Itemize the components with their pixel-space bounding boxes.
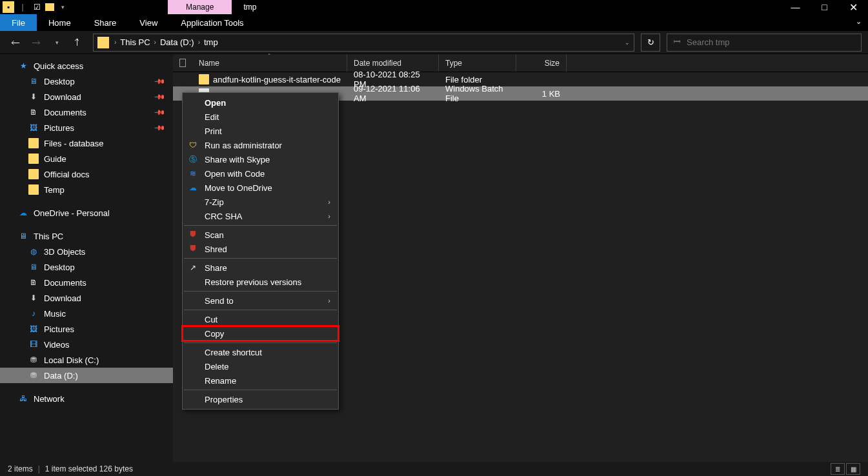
desktop-icon: 🖥 — [28, 262, 39, 272]
chevron-right-icon[interactable]: › — [153, 39, 157, 46]
pictures-icon: 🖼 — [28, 324, 39, 334]
properties-icon[interactable]: ☑ — [31, 1, 43, 13]
ctx-restore[interactable]: Restore previous versions — [183, 275, 338, 289]
sidebar-pictures-2[interactable]: 🖼Pictures — [0, 321, 173, 337]
column-date[interactable]: Date modified — [347, 54, 439, 72]
ribbon-expand-icon[interactable]: ⌄ — [856, 17, 862, 26]
chevron-right-icon[interactable]: › — [197, 39, 201, 46]
forward-button[interactable]: 🡒 — [27, 34, 45, 52]
file-row[interactable]: andfun-kotlin-guess-it-starter-code 08-1… — [173, 72, 868, 86]
sidebar-music[interactable]: ♪Music — [0, 306, 173, 321]
ctx-rename[interactable]: Rename — [183, 373, 338, 388]
menu-file[interactable]: File — [0, 14, 37, 31]
cloud-icon: ☁ — [18, 208, 28, 218]
ctx-copy[interactable]: Copy — [183, 326, 338, 341]
folder-icon — [28, 169, 39, 179]
row-checkbox[interactable] — [173, 72, 192, 86]
details-view-button[interactable]: ≣ — [831, 463, 845, 475]
menu-view[interactable]: View — [128, 14, 169, 31]
close-button[interactable]: ✕ — [839, 0, 868, 14]
ctx-label: Edit — [205, 112, 219, 122]
new-folder-icon[interactable] — [45, 3, 54, 11]
sidebar-official-docs[interactable]: Official docs — [0, 166, 173, 182]
sidebar-documents-2[interactable]: 🗎Documents — [0, 275, 173, 290]
sidebar-local-disk[interactable]: ⛃Local Disk (C:) — [0, 352, 173, 368]
sidebar-data-disk[interactable]: ⛃Data (D:) — [0, 368, 173, 383]
status-selection: 1 item selected 126 bytes — [45, 464, 133, 473]
ctx-label: Rename — [205, 376, 236, 386]
breadcrumb-drive[interactable]: Data (D:) — [157, 37, 197, 47]
sidebar-download[interactable]: ⬇Download📌 — [0, 89, 173, 104]
ctx-scan[interactable]: ⛊Scan — [183, 228, 338, 242]
sidebar-download-2[interactable]: ⬇Download — [0, 290, 173, 306]
sidebar-label: Download — [44, 293, 81, 303]
column-type[interactable]: Type — [439, 54, 516, 72]
ctx-edit[interactable]: Edit — [183, 110, 338, 124]
ctx-send-to[interactable]: Send to› — [183, 293, 338, 308]
search-input[interactable] — [687, 37, 854, 47]
sidebar-documents[interactable]: 🗎Documents📌 — [0, 104, 173, 120]
ctx-label: Run as administrator — [205, 141, 282, 150]
ribbon-tab-manage[interactable]: Manage — [168, 0, 232, 14]
address-bar[interactable]: › This PC › Data (D:) › tmp ⌄ — [93, 34, 634, 52]
menu-share[interactable]: Share — [83, 14, 128, 31]
sidebar-onedrive[interactable]: ☁OneDrive - Personal — [0, 205, 173, 221]
menu-application-tools[interactable]: Application Tools — [169, 14, 255, 31]
pin-icon: 📌 — [153, 90, 165, 103]
window-title: tmp — [232, 0, 268, 14]
back-button[interactable]: 🡐 — [6, 34, 25, 52]
up-button[interactable]: 🡑 — [68, 34, 86, 52]
ctx-share-skype[interactable]: ⓈShare with Skype — [183, 152, 338, 166]
search-box[interactable]: 𝄩 — [667, 34, 862, 52]
ctx-label: Print — [205, 126, 222, 136]
sidebar-desktop[interactable]: 🖥Desktop📌 — [0, 74, 173, 89]
sidebar-3d-objects[interactable]: ◍3D Objects — [0, 244, 173, 259]
ctx-delete[interactable]: Delete — [183, 359, 338, 373]
ctx-label: Properties — [205, 395, 243, 404]
minimize-button[interactable]: — — [781, 0, 810, 14]
ctx-separator — [184, 225, 337, 226]
qat-customize-icon[interactable]: ▾ — [57, 1, 68, 13]
sidebar-desktop-2[interactable]: 🖥Desktop — [0, 259, 173, 275]
ctx-crc-sha[interactable]: CRC SHA› — [183, 209, 338, 223]
sidebar-this-pc[interactable]: 🖥This PC — [0, 228, 173, 244]
maximize-button[interactable]: □ — [810, 0, 839, 14]
ctx-create-shortcut[interactable]: Create shortcut — [183, 345, 338, 359]
sidebar-label: Official docs — [44, 170, 90, 179]
sidebar-label: Desktop — [44, 263, 75, 272]
chevron-right-icon[interactable]: › — [113, 39, 117, 46]
column-size[interactable]: Size — [516, 54, 567, 72]
ctx-run-admin[interactable]: 🛡Run as administrator — [183, 138, 338, 152]
ctx-open-code[interactable]: ≋Open with Code — [183, 166, 338, 181]
ctx-print[interactable]: Print — [183, 124, 338, 138]
column-name[interactable]: Name˄ — [192, 54, 347, 72]
address-dropdown-icon[interactable]: ⌄ — [625, 39, 630, 46]
sidebar-temp[interactable]: Temp — [0, 182, 173, 197]
breadcrumb-this-pc[interactable]: This PC — [117, 37, 152, 47]
ctx-properties[interactable]: Properties — [183, 392, 338, 406]
ctx-cut[interactable]: Cut — [183, 312, 338, 326]
history-dropdown-icon[interactable]: ▾ — [48, 34, 66, 52]
column-label: Date modified — [354, 59, 401, 68]
thumbnails-view-button[interactable]: ▦ — [846, 463, 860, 475]
navigation-pane: ★Quick access 🖥Desktop📌 ⬇Download📌 🗎Docu… — [0, 54, 173, 462]
window-controls: — □ ✕ — [781, 0, 868, 14]
sidebar-files-database[interactable]: Files - database — [0, 135, 173, 151]
ctx-share[interactable]: ↗Share — [183, 261, 338, 275]
sidebar-pictures[interactable]: 🖼Pictures📌 — [0, 120, 173, 135]
sidebar-quick-access[interactable]: ★Quick access — [0, 58, 173, 74]
search-icon: 𝄩 — [674, 37, 680, 47]
ctx-7zip[interactable]: 7-Zip› — [183, 195, 338, 209]
checkbox-icon[interactable] — [179, 59, 186, 67]
ctx-shred[interactable]: ⛊Shred — [183, 242, 338, 256]
sidebar-network[interactable]: 🖧Network — [0, 391, 173, 406]
video-icon: 🎞 — [28, 339, 39, 350]
breadcrumb-folder[interactable]: tmp — [201, 37, 221, 47]
ctx-open[interactable]: Open — [183, 95, 338, 110]
ctx-move-onedrive[interactable]: ☁Move to OneDrive — [183, 181, 338, 195]
column-checkbox[interactable] — [173, 54, 192, 72]
sidebar-guide[interactable]: Guide — [0, 151, 173, 166]
refresh-button[interactable]: ↻ — [641, 34, 660, 52]
menu-home[interactable]: Home — [37, 14, 83, 31]
sidebar-videos[interactable]: 🎞Videos — [0, 337, 173, 352]
